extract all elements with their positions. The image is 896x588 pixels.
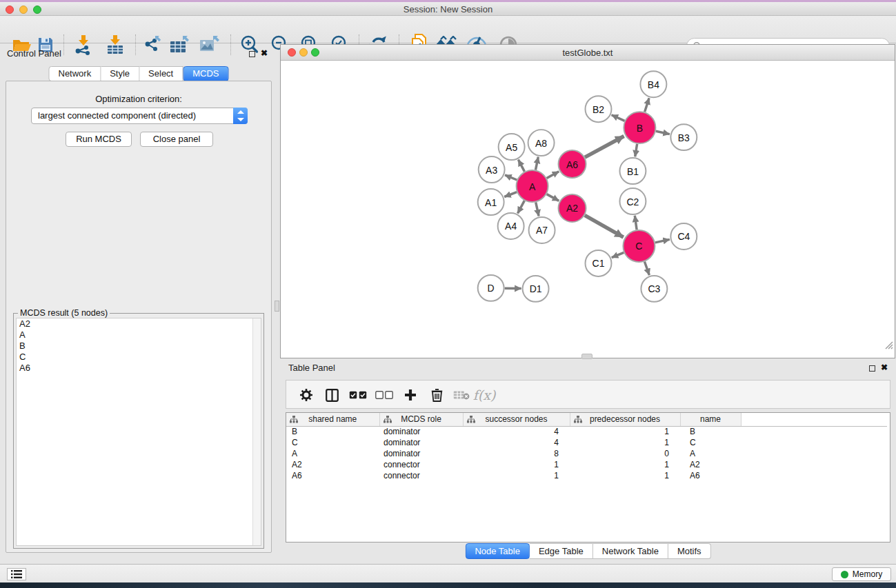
graph-edge-A-A3[interactable] bbox=[505, 175, 517, 180]
window-title: Session: New Session bbox=[0, 4, 896, 14]
close-panel-button[interactable]: Close panel bbox=[140, 132, 213, 147]
mcds-result-item[interactable]: A2 bbox=[17, 318, 261, 330]
graph-edge-B-B1[interactable] bbox=[635, 144, 637, 157]
graph-node-label-A5: A5 bbox=[506, 142, 517, 153]
mcds-result-item[interactable]: B bbox=[17, 341, 261, 352]
criterion-dropdown[interactable]: largest connected component (directed) bbox=[31, 108, 248, 124]
table-panel-title: Table Panel bbox=[288, 363, 335, 373]
delete-table-icon[interactable] bbox=[451, 385, 472, 405]
table-row[interactable]: Adominator80A bbox=[286, 448, 887, 459]
graph-node-label-C2: C2 bbox=[626, 196, 639, 207]
tab-style[interactable]: Style bbox=[101, 66, 139, 81]
graph-edge-C-C3[interactable] bbox=[644, 262, 649, 276]
graph-edge-A-A7[interactable] bbox=[536, 202, 539, 216]
function-builder-icon[interactable]: f(x) bbox=[474, 385, 495, 405]
cell-shared-name: A bbox=[286, 448, 379, 459]
close-table-panel-icon[interactable]: ✖ bbox=[881, 363, 888, 372]
table-row[interactable]: A2connector11A2 bbox=[286, 459, 887, 470]
cell-predecessor-nodes: 1 bbox=[570, 426, 680, 437]
delete-column-icon[interactable] bbox=[426, 385, 447, 405]
column-header-successor-nodes[interactable]: successor nodes bbox=[463, 413, 570, 426]
cell-name: C bbox=[680, 437, 741, 448]
graph-node-label-C4: C4 bbox=[677, 231, 690, 242]
tab-network[interactable]: Network bbox=[48, 66, 101, 81]
graph-edge-A-A4[interactable] bbox=[518, 201, 525, 213]
tab-network-table[interactable]: Network Table bbox=[593, 543, 668, 559]
task-history-button[interactable] bbox=[7, 568, 26, 580]
graph-edge-C-C2[interactable] bbox=[635, 216, 637, 230]
horizontal-splitter-handle[interactable] bbox=[581, 354, 593, 359]
table-row[interactable]: A6connector11A6 bbox=[286, 470, 887, 481]
tab-node-table[interactable]: Node Table bbox=[465, 543, 530, 559]
graph-node-label-C1: C1 bbox=[593, 258, 605, 269]
table-panel: Table Panel ✖ f(x) bbox=[280, 360, 896, 564]
table-row[interactable]: Cdominator41C bbox=[286, 437, 887, 448]
float-table-panel-icon[interactable] bbox=[869, 365, 875, 372]
run-mcds-button[interactable]: Run MCDS bbox=[66, 132, 132, 147]
float-panel-icon[interactable] bbox=[249, 51, 255, 57]
show-columns-icon[interactable] bbox=[321, 385, 342, 405]
cell-name: A bbox=[680, 448, 741, 459]
memory-status-icon bbox=[841, 571, 848, 578]
settings-gear-icon[interactable] bbox=[296, 385, 317, 405]
result-scrollbar[interactable] bbox=[252, 318, 261, 545]
graph-edge-B-B3[interactable] bbox=[656, 131, 670, 134]
tab-select[interactable]: Select bbox=[139, 66, 183, 81]
column-header-predecessor-nodes[interactable]: predecessor nodes bbox=[570, 413, 680, 426]
graph-node-label-C3: C3 bbox=[648, 283, 660, 294]
resize-grip-icon[interactable] bbox=[884, 340, 893, 349]
graph-node-label-A4: A4 bbox=[505, 221, 517, 232]
graph-node-label-A1: A1 bbox=[485, 197, 497, 208]
cell-predecessor-nodes: 1 bbox=[570, 459, 680, 470]
graph-edge-A2-C[interactable] bbox=[585, 215, 624, 237]
tab-mcds[interactable]: MCDS bbox=[183, 66, 228, 81]
cell-name: A2 bbox=[680, 459, 741, 470]
graph-edge-C-C4[interactable] bbox=[655, 239, 670, 243]
network-canvas[interactable]: AA6A2BCA5A8A3A1A4A7B2B4B3B1C2C4C1C3DD1 bbox=[281, 61, 895, 351]
graph-node-label-D: D bbox=[488, 283, 495, 294]
dropdown-stepper-icon bbox=[233, 108, 248, 124]
criterion-value: largest connected component (directed) bbox=[38, 110, 196, 121]
mcds-result-item[interactable]: A bbox=[17, 330, 261, 341]
cell-successor-nodes: 1 bbox=[463, 470, 570, 481]
graph-edge-A6-B[interactable] bbox=[585, 136, 624, 157]
tab-motifs[interactable]: Motifs bbox=[668, 543, 711, 559]
cell-mcds-role: dominator bbox=[379, 426, 463, 437]
graph-edge-A-A5[interactable] bbox=[518, 160, 524, 172]
cell-predecessor-nodes: 1 bbox=[570, 437, 680, 448]
deselect-all-columns-icon[interactable] bbox=[374, 385, 395, 405]
column-header-MCDS-role[interactable]: MCDS role bbox=[379, 413, 463, 426]
add-column-icon[interactable] bbox=[400, 385, 421, 405]
graph-node-label-B: B bbox=[637, 123, 643, 134]
close-panel-icon[interactable]: ✖ bbox=[261, 48, 268, 58]
graph-edge-A-A6[interactable] bbox=[547, 172, 559, 179]
mcds-result-item[interactable]: A6 bbox=[17, 363, 261, 374]
cell-successor-nodes: 4 bbox=[463, 426, 570, 437]
column-header-name[interactable]: name bbox=[680, 413, 741, 426]
cell-shared-name: B bbox=[286, 426, 379, 437]
tab-edge-table[interactable]: Edge Table bbox=[530, 543, 593, 559]
network-graph[interactable]: AA6A2BCA5A8A3A1A4A7B2B4B3B1C2C4C1C3DD1 bbox=[281, 61, 895, 351]
cell-mcds-role: dominator bbox=[379, 437, 463, 448]
graph-node-label-C: C bbox=[635, 241, 642, 252]
optimization-criterion-label: Optimization criterion: bbox=[6, 94, 271, 104]
table-row[interactable]: Bdominator41B bbox=[286, 426, 887, 437]
graph-edge-A-A2[interactable] bbox=[547, 194, 559, 201]
table-header-row: shared nameMCDS rolesuccessor nodesprede… bbox=[286, 413, 887, 426]
select-all-columns-icon[interactable] bbox=[348, 385, 368, 405]
cell-mcds-role: dominator bbox=[379, 448, 463, 459]
graph-edge-C-C1[interactable] bbox=[612, 252, 624, 257]
cell-name: A6 bbox=[680, 470, 741, 481]
control-panel-title: Control Panel bbox=[7, 48, 61, 59]
graph-edge-B-B2[interactable] bbox=[612, 115, 625, 121]
control-panel: Control Panel ✖ NetworkStyleSelectMCDS O… bbox=[3, 45, 275, 561]
graph-edge-A-A8[interactable] bbox=[535, 157, 538, 170]
memory-button[interactable]: Memory bbox=[832, 567, 891, 581]
mcds-result-item[interactable]: C bbox=[17, 352, 261, 363]
graph-node-label-A6: A6 bbox=[566, 159, 578, 170]
graph-edge-A-A1[interactable] bbox=[504, 192, 517, 197]
graph-edge-B-B4[interactable] bbox=[645, 98, 649, 112]
vertical-splitter[interactable] bbox=[275, 45, 279, 561]
column-header-shared-name[interactable]: shared name bbox=[286, 413, 379, 426]
splitter-handle[interactable] bbox=[275, 301, 279, 312]
